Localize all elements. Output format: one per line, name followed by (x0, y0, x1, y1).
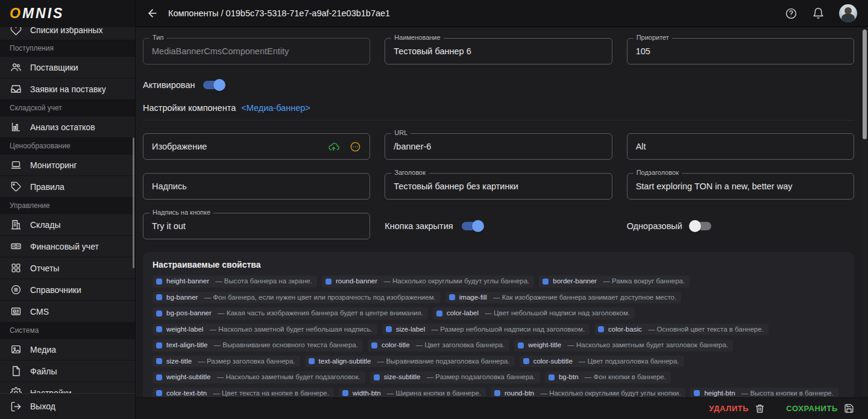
property-chip: width-btn — Ширина кнопки в баннере. (339, 388, 486, 397)
property-chip: height-banner — Высота баннера на экране… (153, 276, 317, 288)
sidebar-item[interactable]: Отчеты (0, 257, 135, 279)
footer-actions: УДАЛИТЬ СОХРАНИТЬ (136, 397, 868, 419)
users-icon (10, 61, 22, 74)
subtitle-field[interactable]: Подзаголовок Start exploring TON in a ne… (627, 173, 854, 200)
breadcrumb: Компоненты / 019b5c73-5318-71e7-a9af-21e… (168, 8, 390, 18)
properties-card: Настраиваемые свойства height-banner — В… (143, 252, 854, 397)
property-description: — Ширина кнопки в баннере. (385, 389, 481, 397)
sidebar-nav: Списки избранныхПоступленияПоставщикиЗая… (0, 27, 135, 393)
sidebar-item[interactable]: Финансовый учет (0, 236, 135, 257)
priority-field[interactable]: Приоритет 105 (627, 38, 854, 65)
delete-button-label: УДАЛИТЬ (709, 404, 749, 413)
type-field: Тип MediaBannerCmsComponentEntity (143, 38, 370, 65)
property-name: width-btn (353, 389, 381, 397)
property-description: — Насколько заметной будет небольшая над… (207, 325, 372, 335)
name-field[interactable]: Наименование Тестовый баннер 6 (385, 38, 612, 65)
image-field[interactable]: Изображение (143, 133, 370, 160)
property-description: — Цвет текста на кнопке в баннере. (211, 389, 329, 397)
property-description: — Какая часть изображения баннера будет … (216, 309, 423, 318)
url-field[interactable]: URL /banner-6 (385, 133, 612, 160)
caption-field[interactable]: Надпись (143, 173, 370, 200)
property-name: bg-btn (559, 373, 579, 382)
property-bullet-icon (518, 342, 524, 348)
save-button-label: СОХРАНИТЬ (786, 404, 838, 413)
sidebar-item[interactable]: Настройки (0, 382, 135, 393)
component-type-link[interactable]: <Медиа-баннер> (241, 103, 310, 113)
close-button-toggle[interactable] (462, 220, 482, 232)
property-chip: color-title — Цвет заголовка баннера. (368, 339, 509, 351)
logo[interactable]: OMNIS (0, 0, 135, 27)
button-text-field-label: Надпись на кнопке (149, 209, 213, 216)
one-time-label: Одноразовый (627, 221, 682, 231)
property-name: weight-title (528, 341, 561, 350)
property-name: image-fill (459, 293, 487, 303)
property-chip: border-banner — Рамка вокруг баннера. (539, 276, 690, 288)
content: Тип MediaBannerCmsComponentEntity Наимен… (136, 27, 868, 397)
url-field-label: URL (391, 129, 410, 136)
sidebar-item[interactable]: Анализ остатков (0, 116, 135, 138)
upload-cloud-icon[interactable] (327, 140, 339, 153)
property-bullet-icon (156, 358, 162, 364)
sidebar-item[interactable]: Склады (0, 214, 135, 236)
activated-toggle[interactable] (203, 79, 224, 91)
property-bullet-icon (694, 390, 700, 396)
sidebar-scrollbar[interactable] (133, 137, 134, 268)
sidebar-item[interactable]: Поставщики (0, 57, 135, 78)
image-field-label: Изображение (152, 142, 207, 151)
property-bullet-icon (449, 294, 455, 300)
main-scrollbar-thumb[interactable] (863, 30, 867, 139)
sidebar-item[interactable]: Списки избранных (0, 27, 135, 40)
type-field-value: MediaBannerCmsComponentEntity (152, 46, 289, 56)
property-description: — Размер заголовка баннера. (196, 357, 295, 367)
money-icon (10, 241, 22, 253)
property-chip: height-btn — Высота кнопки в баннере. (690, 388, 838, 397)
delete-button[interactable]: УДАЛИТЬ (709, 403, 766, 415)
gear-icon (10, 387, 22, 394)
property-description: — Насколько заметным будет заголовок бан… (565, 341, 728, 350)
sidebar-section-label: Складской учет (0, 100, 135, 116)
subtitle-field-label: Подзаголовок (634, 169, 682, 176)
button-text-field-value: Try it out (152, 221, 186, 231)
sidebar: OMNIS Списки избранныхПоступленияПоставщ… (0, 0, 136, 419)
sidebar-item-logout[interactable]: Выход (0, 393, 135, 419)
sidebar-item[interactable]: CMS (0, 301, 135, 323)
more-options-icon[interactable] (349, 140, 361, 153)
property-name: round-btn (505, 389, 534, 397)
property-name: border-banner (553, 277, 597, 286)
subtitle-field-value: Start exploring TON in a new, better way (636, 181, 793, 191)
property-description: — Цвет заголовка баннера. (414, 341, 505, 350)
property-description: — Выравнивание подзаголовка баннера. (376, 357, 510, 367)
sidebar-item[interactable]: Мониторинг (0, 154, 135, 176)
alt-field[interactable]: Alt (627, 133, 854, 160)
property-chip: weight-label — Насколько заметной будет … (153, 324, 377, 336)
user-avatar[interactable] (839, 4, 857, 22)
main-scrollbar[interactable] (862, 28, 867, 397)
property-name: text-align-subtitle (319, 357, 371, 367)
sidebar-item[interactable]: Файлы (0, 361, 135, 382)
property-bullet-icon (494, 390, 500, 396)
property-description: — Насколько заметным будет подзаголовок. (215, 373, 360, 382)
sidebar-item[interactable]: Правила (0, 176, 135, 198)
help-icon[interactable] (785, 7, 797, 20)
save-button[interactable]: СОХРАНИТЬ (786, 403, 855, 415)
sidebar-item-label: Склады (30, 220, 61, 230)
one-time-toggle[interactable] (691, 220, 711, 232)
sidebar-item[interactable]: Медиа (0, 339, 135, 361)
sidebar-item-label: Файлы (30, 367, 57, 376)
back-button[interactable] (146, 7, 159, 19)
property-bullet-icon (156, 310, 162, 317)
property-name: weight-label (166, 325, 203, 335)
title-field[interactable]: Заголовок Тестовый баннер без картинки (385, 173, 612, 200)
name-field-value: Тестовый баннер 6 (394, 46, 471, 56)
property-description: — Выравнивание основного текста баннера. (212, 341, 358, 350)
property-description: — Высота кнопки в баннере. (740, 389, 834, 397)
button-text-field[interactable]: Надпись на кнопке Try it out (143, 213, 370, 239)
notifications-bell-icon[interactable] (812, 7, 825, 20)
property-name: color-basic (608, 325, 642, 335)
sidebar-item[interactable]: Заявки на поставку (0, 78, 135, 100)
main: Компоненты / 019b5c73-5318-71e7-a9af-21e… (136, 0, 868, 419)
sidebar-item[interactable]: Справочники (0, 279, 135, 301)
component-settings-title: Настройки компонента (143, 103, 236, 113)
sidebar-item-label: Отчеты (30, 263, 59, 273)
sidebar-item-label: Правила (30, 182, 64, 192)
